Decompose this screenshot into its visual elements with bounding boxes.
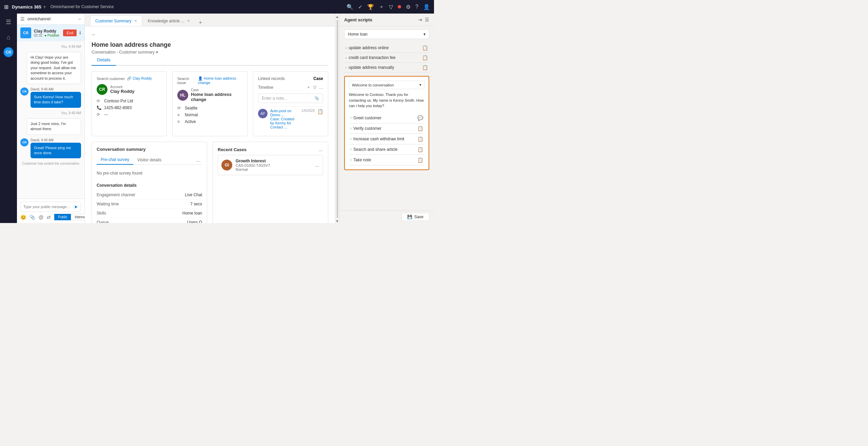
details-tab[interactable]: Details <box>92 55 116 66</box>
welcome-text: Welcome to Contoso. Thank you for contac… <box>349 92 425 109</box>
timeline-more-icon[interactable]: … <box>319 85 323 90</box>
customer-card: Search customer 🔗 Clay Roddy CR Account … <box>92 71 167 136</box>
sidebar-home-icon[interactable]: ⌂ <box>5 32 13 43</box>
customer-company: ⟳ Contoso Pvt Ltd <box>97 98 162 104</box>
welcome-dropdown[interactable]: Welcome to conversation ▾ <box>349 81 425 89</box>
action-chevron-3: › <box>350 147 351 151</box>
conv-tab-more[interactable]: … <box>195 156 202 164</box>
tab-add-button[interactable]: ＋ <box>196 19 205 26</box>
settings-icon[interactable]: ⚙ <box>406 4 411 10</box>
recent-cases-header: Recent Cases … <box>218 147 323 152</box>
note-attach-icon[interactable]: 📎 <box>314 96 319 101</box>
add-icon[interactable]: ＋ <box>379 3 384 11</box>
search-icon[interactable]: 🔍 <box>347 4 353 10</box>
issue-link[interactable]: 👤 Home loan address change <box>198 76 242 85</box>
issue-status: ≡ Active <box>177 118 242 125</box>
script-icon-1[interactable]: 📋 <box>422 55 428 60</box>
sidebar-menu-icon[interactable]: ☰ <box>4 16 13 28</box>
script-item-0[interactable]: › update address online 📋 <box>344 43 429 53</box>
contact-info: Clay Roddy 02:32 ● Positive <box>34 29 60 37</box>
no-data-text: No pre-chat survey found <box>97 168 202 178</box>
msg-timestamp-2: You, 9:48 AM <box>20 111 81 115</box>
customer-link[interactable]: 🔗 Clay Roddy <box>127 76 152 81</box>
expand-icon[interactable]: ⇥ <box>418 17 422 22</box>
case-more-icon[interactable]: … <box>315 162 319 168</box>
script-action-3[interactable]: › Search and share article 📋 <box>349 144 425 155</box>
detail-label-0: Engagement channel <box>97 192 135 197</box>
tab-customer-summary[interactable]: Customer Summary ✕ <box>90 15 142 26</box>
conv-details: Conversation details Engagement channel … <box>97 183 202 223</box>
filter-icon[interactable]: ▽ <box>389 4 393 10</box>
timeline-filter-icon[interactable]: ▽ <box>313 85 316 90</box>
script-dropdown[interactable]: Home loan ▾ <box>344 29 429 39</box>
action-icon-2[interactable]: 📋 <box>417 136 423 142</box>
contact-time: 02:32 <box>34 34 42 37</box>
back-button[interactable]: ← <box>92 32 96 37</box>
visitor-tab[interactable]: Visitor details <box>133 156 165 164</box>
case-priority-0: Normal <box>236 167 311 171</box>
notification-dot[interactable] <box>398 5 401 8</box>
pre-chat-tab[interactable]: Pre-chat survey <box>97 155 133 165</box>
action-icon-3[interactable]: 📋 <box>417 147 423 152</box>
chat-panel-header: ☰ omnichannel − <box>17 14 84 25</box>
chat-contact[interactable]: CR Clay Roddy 02:32 ● Positive End ℹ <box>17 25 84 41</box>
list-icon[interactable]: ☰ <box>425 17 429 22</box>
action-icon-4[interactable]: 📋 <box>417 157 423 163</box>
detail-value-3: Users Q <box>187 220 202 223</box>
tab-ka-close-icon[interactable]: ✕ <box>187 19 190 23</box>
chat-menu-icon[interactable]: ☰ <box>20 16 25 22</box>
chat-input-field[interactable] <box>23 205 72 209</box>
help-icon[interactable]: ? <box>415 4 418 10</box>
save-button[interactable]: 💾 Save <box>401 213 429 221</box>
action-icon-0[interactable]: 💬 <box>417 115 423 121</box>
conv-detail-row-0: Engagement channel Live Chat <box>97 190 202 200</box>
page-title: Home loan address change <box>92 41 171 48</box>
award-icon[interactable]: 🏆 <box>367 4 374 10</box>
scrollbar-area: ▲ ▼ <box>335 14 339 223</box>
company-icon: ⟳ <box>97 99 102 103</box>
action-label-3: Search and share article <box>353 147 415 152</box>
script-item-2[interactable]: › update address manually 📋 <box>344 63 429 73</box>
send-icon[interactable]: ➤ <box>74 204 78 209</box>
scroll-down-icon[interactable]: ▼ <box>336 219 339 223</box>
attach-icon[interactable]: 📎 <box>29 215 35 220</box>
detail-label-3: Queue <box>97 220 109 223</box>
timeline-item: AP Auto-post on Demo ... Case: Created b… <box>258 106 323 131</box>
script-item-1[interactable]: › credit card transaction fee 📋 <box>344 53 429 63</box>
right-panel-header: Agent scripts ⇥ ☰ <box>339 14 434 26</box>
info-icon[interactable]: ℹ <box>79 31 81 35</box>
script-action-4[interactable]: › Take note 📋 <box>349 155 425 165</box>
grid-icon[interactable]: ⊞ <box>4 4 8 10</box>
sidebar-avatar[interactable]: CR <box>3 47 14 57</box>
transfer-icon[interactable]: ⇄ <box>47 215 51 220</box>
right-panel-icons: ⇥ ☰ <box>418 17 429 22</box>
script-chevron-2: › <box>346 66 347 69</box>
right-panel: Agent scripts ⇥ ☰ Home loan ▾ › update a… <box>339 14 434 223</box>
mention-icon[interactable]: @ <box>39 215 43 220</box>
check-icon[interactable]: ✓ <box>358 4 362 10</box>
minimize-icon[interactable]: − <box>78 16 81 22</box>
emoji-icon[interactable]: 😊 <box>20 215 26 220</box>
nav-icons: 🔍 ✓ 🏆 ＋ ▽ ⚙ ? 👤 <box>347 3 430 11</box>
user-icon[interactable]: 👤 <box>423 4 430 10</box>
breadcrumb-chevron: ▾ <box>156 50 158 55</box>
detail-value-1: 7 secs <box>190 202 202 206</box>
conv-summary-title: Conversation summary <box>97 147 202 152</box>
welcome-chevron: ▾ <box>419 83 421 87</box>
public-mode-button[interactable]: Public <box>54 214 71 220</box>
script-action-0[interactable]: › Greet customer 💬 <box>349 113 425 123</box>
contact-name: Clay Roddy <box>34 29 60 34</box>
end-button[interactable]: End <box>63 29 77 36</box>
action-icon-1[interactable]: 📋 <box>417 126 423 131</box>
script-action-2[interactable]: › Increase cash withdraw limit 📋 <box>349 134 425 144</box>
chat-input-area: ➤ 😊 📎 @ ⇄ Public Internal <box>17 199 84 223</box>
script-action-1[interactable]: › Verify customer 📋 <box>349 123 425 134</box>
tab-close-icon[interactable]: ✕ <box>134 19 137 23</box>
timeline-add-icon[interactable]: ＋ <box>307 84 311 90</box>
script-icon-0[interactable]: 📋 <box>422 45 428 50</box>
detail-value-0: Live Chat <box>185 192 202 197</box>
script-icon-2[interactable]: 📋 <box>422 65 428 70</box>
scroll-up-icon[interactable]: ▲ <box>336 15 339 19</box>
recent-cases-more[interactable]: … <box>318 147 323 152</box>
tab-knowledge-article[interactable]: Knowledge article ... ✕ <box>143 15 195 26</box>
